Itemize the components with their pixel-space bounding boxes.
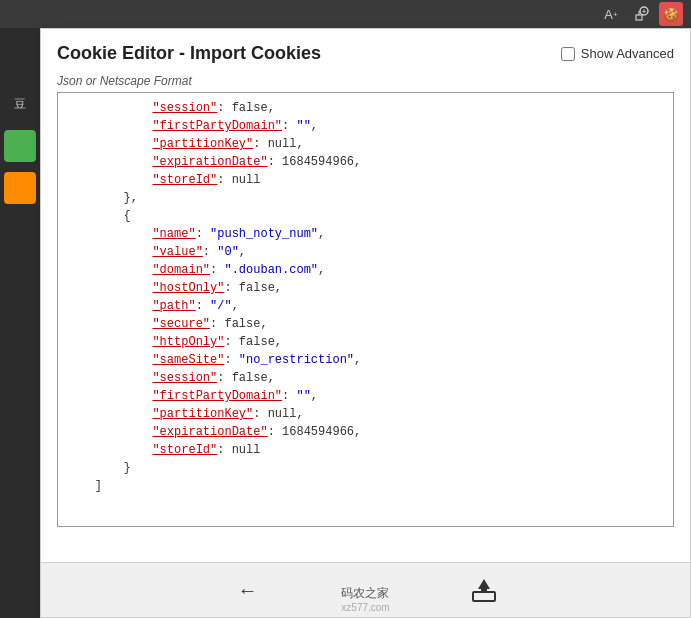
- show-advanced-checkbox[interactable]: [561, 47, 575, 61]
- svg-text:+: +: [642, 8, 646, 15]
- sidebar-orange-icon[interactable]: [4, 172, 36, 204]
- format-label: Json or Netscape Format: [41, 74, 690, 92]
- import-button[interactable]: [466, 572, 502, 608]
- dialog-title: Cookie Editor - Import Cookies: [57, 43, 321, 64]
- sidebar-green-icon[interactable]: [4, 130, 36, 162]
- browser-toolbar: A+ + 🍪: [0, 0, 691, 28]
- svg-marker-5: [478, 579, 490, 592]
- dialog-footer: ← 码农之家 xz577.com: [41, 562, 690, 617]
- show-advanced-label[interactable]: Show Advanced: [561, 46, 674, 61]
- back-button[interactable]: ←: [230, 572, 266, 608]
- cookie-import-dialog: Cookie Editor - Import Cookies Show Adva…: [40, 28, 691, 618]
- sidebar: 豆: [0, 28, 40, 618]
- code-editor-wrapper: "session": false, "firstPartyDomain": ""…: [57, 92, 674, 527]
- footer-watermark: 码农之家 xz577.com: [341, 585, 389, 613]
- watermark-line2: xz577.com: [341, 602, 389, 613]
- toolbar-cookie-icon[interactable]: 🍪: [659, 2, 683, 26]
- svg-rect-2: [636, 15, 642, 20]
- watermark-line1: 码农之家: [341, 585, 389, 602]
- sidebar-douban-icon[interactable]: 豆: [4, 88, 36, 120]
- dialog-header: Cookie Editor - Import Cookies Show Adva…: [41, 29, 690, 74]
- toolbar-text-size-icon[interactable]: A+: [599, 2, 623, 26]
- show-advanced-text: Show Advanced: [581, 46, 674, 61]
- svg-rect-4: [473, 592, 495, 601]
- code-editor[interactable]: "session": false, "firstPartyDomain": ""…: [58, 93, 673, 526]
- toolbar-upload-icon[interactable]: +: [629, 2, 653, 26]
